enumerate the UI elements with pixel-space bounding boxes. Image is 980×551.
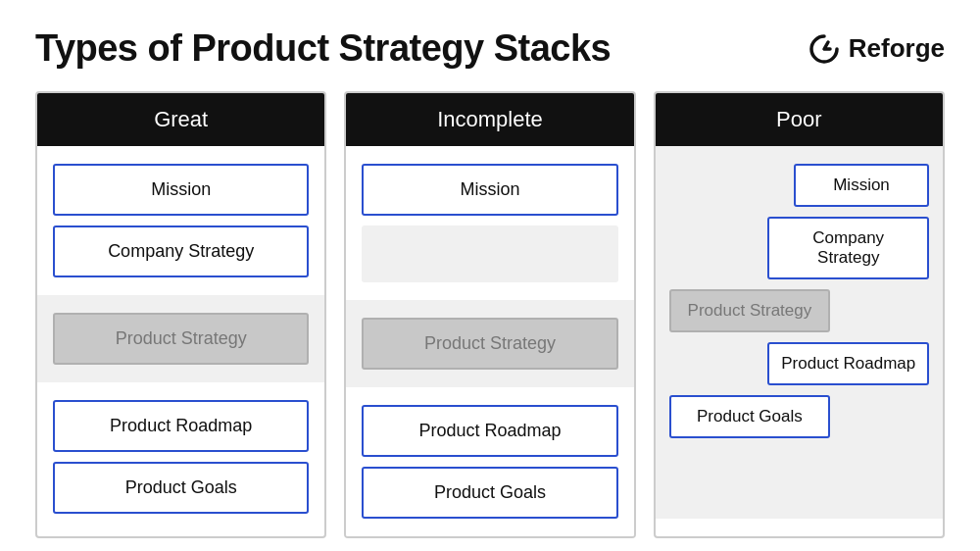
incomplete-product-goals: Product Goals <box>362 467 617 519</box>
great-product-roadmap: Product Roadmap <box>53 400 309 452</box>
poor-product-goals: Product Goals <box>669 395 831 438</box>
poor-items-list: Mission Company Strategy Product Strateg… <box>669 164 929 438</box>
column-great-shaded: Product Strategy <box>37 295 324 382</box>
column-great: Great Mission Company Strategy Product S… <box>35 91 326 538</box>
poor-company-strategy: Company Strategy <box>767 217 929 279</box>
poor-row-mission: Mission <box>669 164 929 207</box>
great-company-strategy: Company Strategy <box>53 225 309 277</box>
incomplete-product-strategy: Product Strategy <box>362 318 617 370</box>
column-incomplete-shaded: Product Strategy <box>346 300 633 387</box>
poor-row-product-roadmap: Product Roadmap <box>669 342 929 385</box>
incomplete-mission: Mission <box>362 164 617 216</box>
page-title: Types of Product Strategy Stacks <box>35 27 611 70</box>
poor-row-product-goals: Product Goals <box>669 395 929 438</box>
great-mission: Mission <box>53 164 309 216</box>
column-great-body: Mission Company Strategy <box>37 146 324 295</box>
logo-text: Reforge <box>849 33 945 64</box>
column-incomplete-body2: Product Roadmap Product Goals <box>346 387 633 536</box>
poor-mission: Mission <box>794 164 929 207</box>
column-incomplete: Incomplete Mission Product Strategy Prod… <box>344 91 635 538</box>
incomplete-gap <box>362 225 617 282</box>
columns-container: Great Mission Company Strategy Product S… <box>35 91 945 538</box>
reforge-logo-icon <box>808 32 841 66</box>
column-incomplete-header: Incomplete <box>346 93 633 146</box>
great-product-strategy: Product Strategy <box>53 313 309 365</box>
column-incomplete-body: Mission <box>346 146 633 300</box>
poor-row-company-strategy: Company Strategy <box>669 217 929 279</box>
column-great-body2: Product Roadmap Product Goals <box>37 382 324 531</box>
poor-row-product-strategy: Product Strategy <box>669 289 929 332</box>
column-poor: Poor Mission Company Strategy Product St… <box>654 91 945 538</box>
header: Types of Product Strategy Stacks Reforge <box>35 27 945 70</box>
incomplete-product-roadmap: Product Roadmap <box>362 405 617 457</box>
logo: Reforge <box>808 32 945 66</box>
column-great-header: Great <box>37 93 324 146</box>
poor-product-strategy: Product Strategy <box>669 289 831 332</box>
page: Types of Product Strategy Stacks Reforge… <box>0 0 980 551</box>
great-product-goals: Product Goals <box>53 462 309 514</box>
column-poor-header: Poor <box>656 93 943 146</box>
column-poor-body: Mission Company Strategy Product Strateg… <box>656 146 943 519</box>
poor-product-roadmap: Product Roadmap <box>767 342 929 385</box>
